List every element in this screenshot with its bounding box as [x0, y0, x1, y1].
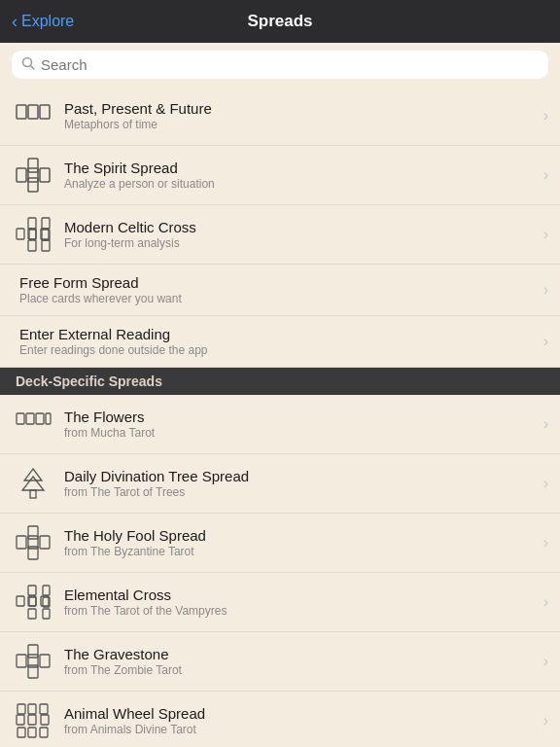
item-text: The Gravestone from The Zombie Tarot [64, 646, 534, 677]
chevron-right-icon: › [543, 166, 548, 184]
item-title: The Gravestone [64, 646, 534, 662]
svg-rect-42 [17, 655, 26, 667]
svg-rect-18 [42, 240, 50, 251]
list-item[interactable]: Daily Divination Tree Spread from The Ta… [0, 454, 560, 514]
chevron-right-icon: › [543, 534, 548, 551]
list-item[interactable]: Past, Present & Future Metaphors of time… [0, 87, 560, 146]
spread-icon [12, 464, 54, 503]
spread-icon [12, 642, 54, 681]
general-spreads-section: Past, Present & Future Metaphors of time… [0, 87, 560, 368]
page-title: Spreads [247, 12, 312, 31]
spread-icon [12, 215, 54, 254]
item-subtitle: from The Tarot of Trees [64, 485, 534, 499]
svg-rect-28 [17, 536, 26, 549]
list-item[interactable]: The Gravestone from The Zombie Tarot › [0, 632, 560, 692]
deck-spreads-section: The Flowers from Mucha Tarot › Daily Div… [0, 395, 560, 747]
item-title: Animal Wheel Spread [64, 705, 534, 722]
chevron-right-icon: › [543, 107, 548, 124]
nav-bar: ‹ Explore Spreads [0, 0, 560, 43]
item-subtitle: from Mucha Tarot [64, 426, 534, 440]
chevron-right-icon: › [543, 333, 548, 350]
chevron-right-icon: › [543, 712, 548, 729]
svg-rect-11 [28, 240, 36, 251]
item-text: Past, Present & Future Metaphors of time [64, 100, 534, 131]
svg-rect-51 [40, 704, 48, 714]
search-wrapper [12, 51, 548, 79]
chevron-right-icon: › [543, 475, 548, 492]
item-subtitle: Analyze a person or situation [64, 177, 534, 191]
svg-rect-48 [41, 715, 49, 725]
item-text: The Holy Fool Spread from The Byzantine … [64, 527, 534, 558]
svg-marker-23 [24, 469, 42, 480]
list-item[interactable]: Modern Celtic Cross For long-term analys… [0, 205, 560, 265]
item-text: The Flowers from Mucha Tarot [64, 409, 534, 440]
item-text: Animal Wheel Spread from Animals Divine … [64, 705, 534, 736]
item-text: Enter External Reading Enter readings do… [12, 326, 534, 357]
list-item[interactable]: The Holy Fool Spread from The Byzantine … [0, 514, 560, 573]
list-item[interactable]: Enter External Reading Enter readings do… [0, 316, 560, 368]
svg-rect-29 [40, 536, 50, 549]
spread-icon [12, 523, 54, 562]
svg-rect-7 [17, 168, 26, 182]
chevron-right-icon: › [543, 226, 548, 243]
item-subtitle: from The Byzantine Tarot [64, 545, 534, 558]
search-icon [21, 56, 35, 73]
svg-line-1 [31, 66, 35, 70]
chevron-right-icon: › [543, 281, 548, 299]
svg-rect-12 [17, 229, 24, 239]
svg-rect-19 [17, 413, 24, 424]
item-title: Daily Divination Tree Spread [64, 468, 534, 484]
item-text: Free Form Spread Place cards wherever yo… [12, 274, 534, 305]
svg-rect-36 [29, 597, 36, 606]
svg-rect-43 [40, 655, 50, 667]
svg-rect-45 [28, 704, 36, 714]
svg-rect-3 [28, 105, 38, 119]
svg-rect-15 [29, 230, 36, 239]
svg-rect-25 [30, 490, 36, 498]
svg-rect-20 [26, 413, 34, 424]
item-text: Modern Celtic Cross For long-term analys… [64, 219, 534, 250]
item-subtitle: For long-term analysis [64, 236, 534, 250]
item-title: Elemental Cross [64, 587, 534, 603]
svg-rect-21 [36, 413, 44, 424]
item-title: The Flowers [64, 409, 534, 425]
svg-rect-6 [28, 178, 38, 192]
item-text: The Spirit Spread Analyze a person or si… [64, 160, 534, 191]
list-item[interactable]: Free Form Spread Place cards wherever yo… [0, 265, 560, 316]
item-title: Free Form Spread [19, 274, 534, 291]
svg-rect-37 [43, 586, 50, 595]
spread-icon [12, 583, 54, 622]
item-text: Daily Divination Tree Spread from The Ta… [64, 468, 534, 499]
svg-rect-47 [17, 715, 24, 725]
svg-rect-2 [17, 105, 26, 119]
item-subtitle: from The Tarot of the Vampyres [64, 604, 534, 618]
back-chevron-icon: ‹ [12, 12, 18, 32]
chevron-right-icon: › [543, 593, 548, 611]
item-title: Enter External Reading [19, 326, 534, 342]
item-title: The Holy Fool Spread [64, 527, 534, 544]
item-text: Elemental Cross from The Tarot of the Va… [64, 587, 534, 618]
list-item[interactable]: The Flowers from Mucha Tarot › [0, 395, 560, 454]
list-item[interactable]: Elemental Cross from The Tarot of the Va… [0, 573, 560, 632]
svg-rect-4 [40, 105, 50, 119]
spread-icon [12, 96, 54, 135]
svg-rect-26 [28, 526, 38, 539]
svg-rect-10 [28, 218, 36, 229]
item-title: Past, Present & Future [64, 100, 534, 117]
section-header: Deck-Specific Spreads [0, 368, 560, 395]
chevron-right-icon: › [543, 653, 548, 670]
spread-icon [12, 156, 54, 195]
svg-rect-40 [28, 645, 38, 658]
back-button[interactable]: ‹ Explore [12, 12, 74, 32]
list-item[interactable]: The Spirit Spread Analyze a person or si… [0, 146, 560, 205]
svg-rect-50 [18, 704, 25, 714]
item-subtitle: Enter readings done outside the app [19, 343, 534, 357]
back-label: Explore [21, 13, 74, 30]
spread-icon [12, 405, 54, 444]
svg-rect-9 [28, 168, 38, 182]
search-input[interactable] [41, 56, 539, 73]
svg-rect-52 [18, 728, 25, 737]
chevron-right-icon: › [543, 415, 548, 433]
list-item[interactable]: Animal Wheel Spread from Animals Divine … [0, 692, 560, 747]
svg-rect-49 [28, 715, 36, 725]
